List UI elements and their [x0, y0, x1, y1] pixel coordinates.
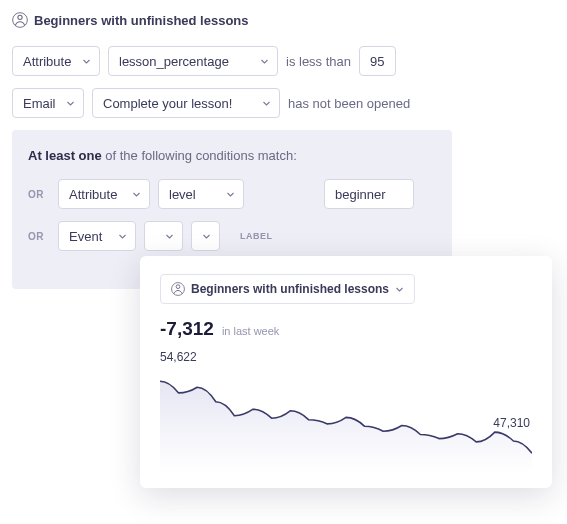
svg-point-2 — [176, 285, 180, 289]
svg-point-0 — [18, 15, 22, 19]
condition-row: OR Attribute level beginner — [28, 179, 436, 209]
chevron-down-icon — [82, 57, 91, 66]
filter-email-label: Complete your lesson! — [103, 96, 232, 111]
filter-value-input[interactable]: 95 — [359, 46, 395, 76]
condition-attribute-select[interactable] — [144, 221, 183, 251]
condition-value: beginner — [335, 187, 386, 202]
filter-row-attribute: Attribute lesson_percentage is less than… — [12, 46, 555, 76]
or-label: OR — [28, 231, 50, 242]
audience-icon — [12, 12, 28, 28]
filter-type-label: Email — [23, 96, 56, 111]
condition-attribute-label: level — [169, 187, 196, 202]
condition-type-select[interactable]: Event — [58, 221, 136, 251]
chart-card: Beginners with unfinished lessons -7,312… — [140, 256, 552, 301]
condition-type-select[interactable]: Attribute — [58, 179, 150, 209]
condition-operator-select[interactable] — [191, 221, 220, 251]
chevron-down-icon — [118, 232, 127, 241]
condition-value-input[interactable]: beginner — [324, 179, 414, 209]
filter-row-email: Email Complete your lesson! has not been… — [12, 88, 555, 118]
filter-email-status: has not been opened — [288, 96, 410, 111]
condition-type-label: Attribute — [69, 187, 117, 202]
audience-icon — [171, 282, 185, 296]
filter-type-label: Attribute — [23, 54, 71, 69]
chevron-down-icon — [226, 190, 235, 199]
chevron-down-icon — [165, 232, 174, 241]
condition-row: OR Event LABEL — [28, 221, 436, 251]
conditions-title: At least one of the following conditions… — [28, 148, 436, 163]
filter-operator-text: is less than — [286, 54, 351, 69]
chevron-down-icon — [66, 99, 75, 108]
conditions-title-rest: of the following conditions match: — [102, 148, 297, 163]
chevron-down-icon — [260, 57, 269, 66]
filter-email-select[interactable]: Complete your lesson! — [92, 88, 280, 118]
chart-segment-select[interactable]: Beginners with unfinished lessons — [160, 274, 415, 301]
or-label: OR — [28, 189, 50, 200]
condition-attribute-select[interactable]: level — [158, 179, 244, 209]
segment-title-text: Beginners with unfinished lessons — [34, 13, 249, 28]
filter-type-select[interactable]: Attribute — [12, 46, 100, 76]
conditions-title-strong: At least one — [28, 148, 102, 163]
chevron-down-icon — [132, 190, 141, 199]
chevron-down-icon — [395, 285, 404, 294]
chevron-down-icon — [262, 99, 271, 108]
filter-type-select[interactable]: Email — [12, 88, 84, 118]
chevron-down-icon — [202, 232, 211, 241]
filter-value: 95 — [370, 54, 384, 69]
segment-title: Beginners with unfinished lessons — [12, 12, 555, 28]
filter-attribute-label: lesson_percentage — [119, 54, 229, 69]
condition-label-tag: LABEL — [240, 231, 273, 241]
filter-attribute-select[interactable]: lesson_percentage — [108, 46, 278, 76]
chart-segment-label: Beginners with unfinished lessons — [191, 282, 389, 296]
condition-type-label: Event — [69, 229, 102, 244]
